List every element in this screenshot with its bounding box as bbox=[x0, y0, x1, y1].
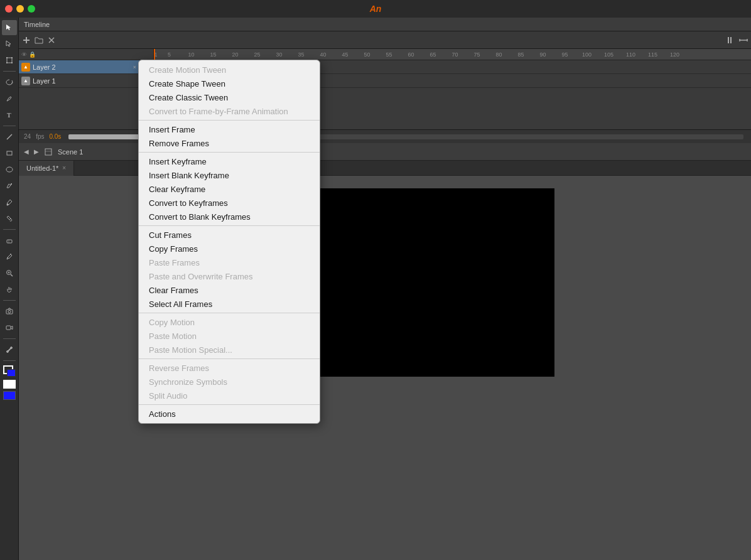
stroke-fill-colors[interactable] bbox=[3, 365, 16, 377]
layer-row-1[interactable]: ▲ Layer 1 • 🔒 bbox=[19, 74, 153, 88]
play-button[interactable] bbox=[726, 35, 736, 45]
timeline-ruler: 👁 🔒 151015202530354045505560657075808590… bbox=[19, 49, 751, 60]
menu-item-copy-motion: Copy Motion bbox=[139, 315, 320, 329]
svg-point-9 bbox=[6, 204, 8, 206]
timeline-layers: ▲ Layer 2 × ✦ 🔒 ▲ Layer 1 • 🔒 bbox=[19, 60, 751, 129]
zoom-tool[interactable] bbox=[2, 266, 17, 281]
minimize-button[interactable] bbox=[16, 5, 24, 13]
menu-item-synchronize-symbols: Synchronize Symbols bbox=[139, 375, 320, 389]
bone-tool[interactable] bbox=[2, 342, 17, 357]
ruler-container: 1510152025303540455055606570758085909510… bbox=[154, 49, 751, 60]
menu-item-insert-keyframe[interactable]: Insert Keyframe bbox=[139, 154, 320, 168]
tab-area: Untitled-1* × bbox=[19, 161, 751, 176]
brush-tool[interactable] bbox=[2, 195, 17, 210]
svg-point-8 bbox=[6, 167, 13, 172]
ruler-mark-115: 115 bbox=[642, 51, 664, 58]
menu-separator-select-all-frames bbox=[139, 313, 320, 313]
menu-item-create-motion-tween: Create Motion Tween bbox=[139, 63, 320, 77]
menu-item-copy-frames[interactable]: Copy Frames bbox=[139, 242, 320, 256]
menu-separator-convert-blank-keyframes bbox=[139, 225, 320, 226]
ruler-mark-85: 85 bbox=[511, 51, 532, 58]
ruler-mark-120: 120 bbox=[664, 51, 686, 58]
ruler-mark-70: 70 bbox=[445, 51, 467, 58]
time-value: 0.0s bbox=[49, 133, 61, 140]
layer-1-icon: ▲ bbox=[21, 77, 30, 85]
svg-rect-27 bbox=[728, 37, 729, 43]
new-folder-button[interactable] bbox=[34, 35, 44, 45]
timeline-status: 24 fps 0.0s bbox=[19, 129, 751, 143]
fill-color-blue[interactable] bbox=[3, 391, 16, 400]
nav-forward[interactable]: ▶ bbox=[34, 148, 39, 155]
camera-tool[interactable] bbox=[2, 304, 17, 319]
ruler-mark-10: 10 bbox=[181, 51, 203, 58]
stroke-color-white[interactable] bbox=[3, 380, 16, 389]
menu-item-paste-motion-special: Paste Motion Special... bbox=[139, 343, 320, 357]
fill-color[interactable] bbox=[7, 369, 16, 377]
ruler-mark-25: 25 bbox=[247, 51, 269, 58]
svg-rect-0 bbox=[7, 58, 12, 63]
video-tool[interactable] bbox=[2, 320, 17, 335]
tab-close-button[interactable]: × bbox=[62, 164, 66, 171]
timeline-title: Timeline bbox=[24, 21, 50, 28]
eyedropper-tool[interactable] bbox=[2, 249, 17, 264]
doc-tab-name: Untitled-1* bbox=[26, 164, 58, 172]
ruler-mark-50: 50 bbox=[357, 51, 379, 58]
menu-item-cut-frames[interactable]: Cut Frames bbox=[139, 228, 320, 242]
menu-separator-convert-frame-by-frame bbox=[139, 120, 320, 121]
ruler-mark-95: 95 bbox=[554, 51, 576, 58]
svg-rect-28 bbox=[730, 37, 732, 43]
menu-item-paste-overwrite-frames: Paste and Overwrite Frames bbox=[139, 269, 320, 283]
ruler-mark-40: 40 bbox=[313, 51, 335, 58]
svg-rect-32 bbox=[45, 149, 51, 155]
text-tool[interactable]: T bbox=[2, 107, 17, 122]
paint-bucket-tool[interactable] bbox=[2, 211, 17, 226]
ruler-mark-65: 65 bbox=[423, 51, 445, 58]
menu-item-convert-blank-keyframes[interactable]: Convert to Blank Keyframes bbox=[139, 210, 320, 223]
lasso-tool[interactable] bbox=[2, 75, 17, 90]
menu-item-clear-frames[interactable]: Clear Frames bbox=[139, 283, 320, 297]
rectangle-tool[interactable] bbox=[2, 146, 17, 161]
eraser-tool[interactable] bbox=[2, 233, 17, 248]
traffic-lights bbox=[5, 5, 35, 13]
free-transform-tool[interactable] bbox=[2, 53, 17, 68]
subselection-tool[interactable] bbox=[2, 36, 17, 51]
menu-item-remove-frames[interactable]: Remove Frames bbox=[139, 136, 320, 150]
hand-tool[interactable] bbox=[2, 282, 17, 297]
menu-item-create-classic-tween[interactable]: Create Classic Tween bbox=[139, 90, 320, 104]
timeline-controls bbox=[19, 31, 751, 49]
menu-item-insert-blank-keyframe[interactable]: Insert Blank Keyframe bbox=[139, 168, 320, 182]
svg-rect-4 bbox=[11, 62, 13, 63]
playhead bbox=[154, 49, 155, 60]
menu-item-select-all-frames[interactable]: Select All Frames bbox=[139, 297, 320, 311]
loop-button[interactable] bbox=[738, 35, 748, 45]
layers-panel: ▲ Layer 2 × ✦ 🔒 ▲ Layer 1 • 🔒 bbox=[19, 60, 154, 129]
menu-item-reverse-frames: Reverse Frames bbox=[139, 361, 320, 375]
svg-point-18 bbox=[8, 311, 11, 313]
delete-layer-button[interactable] bbox=[46, 35, 57, 45]
scene-icon bbox=[44, 148, 53, 156]
menu-item-convert-to-keyframes[interactable]: Convert to Keyframes bbox=[139, 196, 320, 210]
document-tab[interactable]: Untitled-1* × bbox=[19, 161, 74, 176]
scene-label[interactable]: Scene 1 bbox=[58, 148, 83, 156]
new-layer-button[interactable] bbox=[21, 35, 31, 45]
maximize-button[interactable] bbox=[28, 5, 35, 13]
menu-item-paste-frames: Paste Frames bbox=[139, 256, 320, 269]
ruler-mark-110: 110 bbox=[620, 51, 642, 58]
menu-item-insert-frame[interactable]: Insert Frame bbox=[139, 122, 320, 136]
oval-tool[interactable] bbox=[2, 162, 17, 177]
line-tool[interactable] bbox=[2, 129, 17, 144]
pen-tool[interactable] bbox=[2, 91, 17, 106]
layer-1-name: Layer 1 bbox=[33, 77, 138, 85]
layer-row-2[interactable]: ▲ Layer 2 × ✦ 🔒 bbox=[19, 60, 153, 74]
close-button[interactable] bbox=[5, 5, 13, 13]
ruler-mark-90: 90 bbox=[532, 51, 554, 58]
layer-2-eye[interactable]: × bbox=[133, 64, 136, 70]
pencil-tool[interactable] bbox=[2, 178, 17, 193]
menu-item-paste-motion: Paste Motion bbox=[139, 329, 320, 343]
nav-back[interactable]: ◀ bbox=[24, 148, 29, 155]
selection-tool[interactable] bbox=[2, 20, 17, 35]
menu-item-clear-keyframe[interactable]: Clear Keyframe bbox=[139, 182, 320, 196]
menu-item-actions[interactable]: Actions bbox=[139, 407, 320, 421]
svg-rect-3 bbox=[6, 62, 8, 63]
menu-item-create-shape-tween[interactable]: Create Shape Tween bbox=[139, 77, 320, 90]
